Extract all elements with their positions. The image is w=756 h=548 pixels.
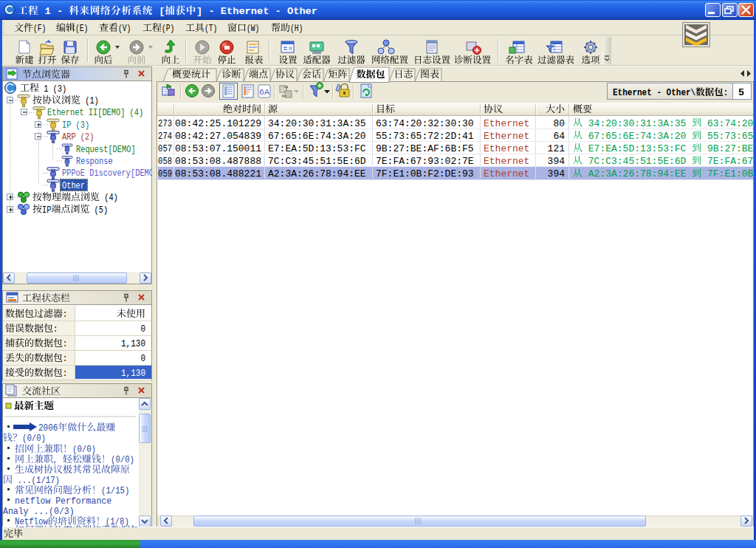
svg-text:Ethernet II[DEMO] (4): Ethernet II[DEMO] (4)	[47, 108, 143, 118]
svg-text:057: 057	[158, 144, 172, 154]
svg-text:Ethernet: Ethernet	[484, 131, 529, 142]
svg-text:(5): (5)	[89, 205, 108, 216]
svg-text:(1): (1)	[80, 96, 99, 106]
svg-text:(H): (H)	[290, 24, 303, 34]
svg-text:7F:E1:0B:F2:DE:93: 7F:E1:0B:F2:DE:93	[376, 168, 474, 179]
svg-text:E7:EA:5D:13:53:FC: E7:EA:5D:13:53:FC	[268, 143, 366, 154]
svg-text:0: 0	[140, 324, 145, 335]
svg-text:(0/0): (0/0)	[72, 445, 96, 455]
svg-text::: :	[63, 339, 67, 349]
svg-text:IP (3): IP (3)	[62, 120, 89, 131]
svg-text:(E): (E)	[75, 24, 88, 34]
svg-text:...(1/17): ...(1/17)	[13, 476, 60, 486]
svg-text:Ethernet: Ethernet	[484, 156, 529, 167]
svg-text:netflow Performance: netflow Performance	[15, 496, 111, 507]
svg-text:63:74:20:32:30:30: 63:74:20:32:30:30	[701, 118, 756, 129]
svg-text:6A: 6A	[259, 87, 269, 97]
svg-text:121: 121	[548, 143, 566, 154]
svg-text::: :	[63, 354, 67, 364]
svg-text:A2:3A:26:78:94:EE: A2:3A:26:78:94:EE	[268, 168, 366, 179]
svg-text:] - Ethernet - Other: ] - Ethernet - Other	[196, 6, 317, 17]
svg-text:(1/15): (1/15)	[101, 486, 129, 496]
svg-text:7E:FA:67:93:02:7E: 7E:FA:67:93:02:7E	[376, 156, 474, 167]
svg-text:7C:C3:45:51:5E:6D: 7C:C3:45:51:5E:6D	[268, 156, 366, 167]
svg-text:ARP (2): ARP (2)	[62, 132, 94, 143]
svg-text:(W): (W)	[247, 24, 259, 34]
svg-text:0: 0	[140, 354, 145, 364]
svg-text:(T): (T)	[205, 24, 217, 34]
svg-text:9B:27:BE:AF:6B:F5: 9B:27:BE:AF:6B:F5	[701, 143, 756, 154]
svg-text:7C:C3:45:51:5E:6D: 7C:C3:45:51:5E:6D	[583, 156, 692, 167]
svg-text:55:73:65:72:2D:41: 55:73:65:72:2D:41	[701, 131, 756, 142]
svg-text:08:42:27.054839: 08:42:27.054839	[175, 131, 261, 142]
svg-text:2006: 2006	[38, 423, 58, 434]
svg-text:08:53:08.488221: 08:53:08.488221	[175, 168, 261, 179]
svg-text:34:20:30:31:3A:35: 34:20:30:31:3A:35	[583, 118, 692, 129]
svg-text:08:53:07.150011: 08:53:07.150011	[175, 143, 261, 154]
svg-text:67:65:6E:74:3A:20: 67:65:6E:74:3A:20	[268, 131, 366, 142]
svg-text:E7:EA:5D:13:53:FC: E7:EA:5D:13:53:FC	[583, 143, 692, 154]
svg-text:(F): (F)	[33, 24, 46, 34]
svg-text:5: 5	[738, 87, 744, 98]
svg-text:Ethernet: Ethernet	[484, 118, 529, 129]
svg-text:IP: IP	[42, 205, 51, 216]
svg-text:7E:FA:67:93:02:7E: 7E:FA:67:93:02:7E	[701, 156, 756, 167]
svg-text:Analy ...(0/3): Analy ...(0/3)	[3, 507, 75, 517]
svg-text:Other: Other	[62, 181, 85, 191]
svg-text:(4): (4)	[100, 193, 118, 203]
svg-text::: :	[724, 87, 729, 98]
svg-text:394: 394	[548, 168, 566, 179]
svg-text:67:65:6E:74:3A:20: 67:65:6E:74:3A:20	[583, 131, 692, 142]
svg-text:058: 058	[158, 157, 172, 167]
svg-text:Response: Response	[76, 157, 113, 167]
svg-text:Ethernet - Other\: Ethernet - Other\	[613, 87, 695, 98]
svg-text:1,130: 1,130	[121, 369, 145, 379]
svg-text:1 -: 1 -	[38, 6, 63, 17]
svg-text:80: 80	[553, 118, 565, 129]
svg-text:[: [	[153, 6, 165, 17]
svg-text:394: 394	[548, 156, 566, 167]
svg-text:(0/0): (0/0)	[22, 434, 46, 444]
svg-text:059: 059	[158, 169, 172, 179]
svg-text:63:74:20:32:30:30: 63:74:20:32:30:30	[376, 118, 474, 129]
svg-text::: :	[63, 309, 67, 320]
svg-text:08:42:25.101229: 08:42:25.101229	[175, 118, 261, 129]
svg-text:9B:27:BE:AF:6B:F5: 9B:27:BE:AF:6B:F5	[376, 143, 474, 154]
svg-text:A2:3A:26:78:94:EE: A2:3A:26:78:94:EE	[583, 168, 692, 179]
svg-text:7F:E1:0B:F2:DE:93: 7F:E1:0B:F2:DE:93	[701, 168, 756, 179]
svg-text:Netflow: Netflow	[15, 517, 48, 527]
svg-text:PPPoE Discovery[DEMO]: PPPoE Discovery[DEMO]	[62, 168, 158, 179]
svg-text:55:73:65:72:2D:41: 55:73:65:72:2D:41	[376, 131, 474, 142]
svg-text::: :	[53, 324, 58, 335]
svg-text:(0/0): (0/0)	[111, 455, 134, 465]
svg-text:1,130: 1,130	[121, 339, 145, 349]
svg-text:Ethernet: Ethernet	[484, 143, 529, 154]
svg-text:(P): (P)	[162, 24, 174, 34]
svg-text:08:53:08.487888: 08:53:08.487888	[175, 156, 261, 167]
svg-text:273: 273	[158, 119, 172, 129]
svg-text:34:20:30:31:3A:35: 34:20:30:31:3A:35	[268, 118, 366, 129]
svg-text:1 (3): 1 (3)	[39, 84, 66, 95]
svg-text:274: 274	[158, 131, 172, 142]
svg-text:Ethernet: Ethernet	[484, 168, 529, 179]
svg-text:Request[DEMO]: Request[DEMO]	[76, 145, 136, 155]
svg-text::: :	[63, 369, 67, 379]
svg-text:64: 64	[553, 131, 565, 142]
svg-text:(V): (V)	[118, 24, 131, 34]
